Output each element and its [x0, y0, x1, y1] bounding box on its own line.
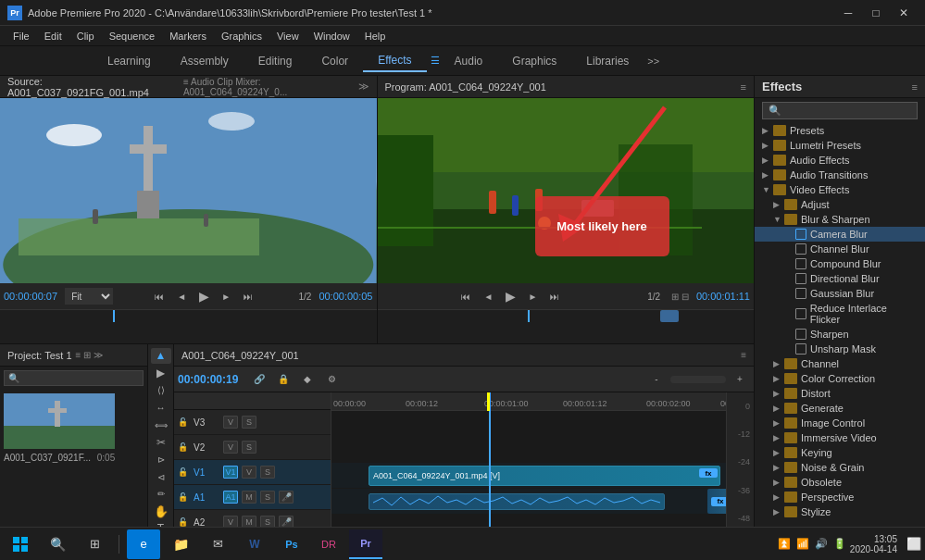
- program-fwd-frame[interactable]: ►: [523, 288, 542, 305]
- tree-item-color-correction[interactable]: ▶ Color Correction: [755, 371, 925, 386]
- track-s-a1[interactable]: S: [260, 491, 275, 504]
- tab-assembly[interactable]: Assembly: [166, 51, 244, 71]
- tree-item-camera-blur[interactable]: ▶ Camera Blur: [755, 227, 925, 242]
- battery-icon[interactable]: 🔋: [833, 538, 846, 550]
- source-step-back[interactable]: ⏮: [150, 288, 169, 305]
- tree-item-noise-grain[interactable]: ▶ Noise & Grain: [755, 460, 925, 475]
- tab-audio[interactable]: Audio: [440, 51, 498, 71]
- tree-item-perspective[interactable]: ▶ Perspective: [755, 490, 925, 504]
- tool-track-select[interactable]: ▶: [151, 366, 171, 381]
- track-lock-a2[interactable]: 🔓: [178, 517, 188, 527]
- effects-panel-menu[interactable]: ≡: [912, 81, 918, 93]
- menu-help[interactable]: Help: [357, 29, 394, 44]
- taskbar-premiere[interactable]: Pr: [349, 529, 382, 559]
- menu-sequence[interactable]: Sequence: [102, 29, 163, 44]
- track-active-v1[interactable]: V1: [223, 466, 238, 479]
- tl-track-v1[interactable]: A001_C064_09224Y_001.mp4 [V] fx: [331, 463, 754, 489]
- taskbar-task-view[interactable]: ⊞: [78, 529, 111, 559]
- tree-item-distort[interactable]: ▶ Distort: [755, 386, 925, 401]
- tree-item-blur-sharpen[interactable]: ▼ Blur & Sharpen: [755, 212, 925, 227]
- volume-icon[interactable]: 🔊: [815, 538, 828, 550]
- taskbar-clock[interactable]: 13:05 2020-04-14: [850, 534, 897, 554]
- track-lock-v1[interactable]: 🔓: [178, 467, 188, 477]
- source-step-fwd[interactable]: ⏭: [239, 288, 257, 305]
- taskbar-davinci[interactable]: DR: [312, 529, 345, 559]
- tool-ripple-edit[interactable]: ⟨⟩: [151, 382, 171, 398]
- tool-slip[interactable]: ⊳: [151, 452, 171, 467]
- taskbar-photoshop[interactable]: Ps: [275, 529, 308, 559]
- menu-graphics[interactable]: Graphics: [214, 29, 269, 44]
- tree-item-adjust[interactable]: ▶ Adjust: [755, 197, 925, 212]
- source-fwd-frame[interactable]: ►: [217, 288, 235, 305]
- track-eye-v2[interactable]: V: [223, 441, 238, 454]
- tl-linked-sel[interactable]: 🔒: [273, 369, 294, 390]
- taskbar-search[interactable]: 🔍: [41, 529, 74, 559]
- tab-learning[interactable]: Learning: [93, 51, 166, 71]
- tree-item-reduce-interlace[interactable]: ▶ Reduce Interlace Flicker: [755, 301, 925, 327]
- show-desktop-button[interactable]: ⬜: [906, 537, 921, 551]
- tree-item-channel-blur[interactable]: ▶ Channel Blur: [755, 242, 925, 256]
- track-lock-v2[interactable]: 🔓: [178, 442, 188, 452]
- tl-zoom-in[interactable]: +: [730, 369, 750, 390]
- track-sync-v1[interactable]: S: [260, 466, 275, 479]
- track-sync-v2[interactable]: S: [242, 441, 256, 454]
- minimize-button[interactable]: ─: [834, 0, 862, 26]
- menu-clip[interactable]: Clip: [69, 29, 102, 44]
- tree-item-keying[interactable]: ▶ Keying: [755, 445, 925, 460]
- track-m-a1[interactable]: M: [242, 491, 256, 504]
- track-active-a1[interactable]: A1: [223, 491, 238, 504]
- taskbar-edge[interactable]: e: [127, 529, 160, 559]
- track-lock-v3[interactable]: 🔓: [178, 417, 188, 427]
- taskbar-mail[interactable]: ✉: [201, 529, 234, 559]
- tree-item-image-control[interactable]: ▶ Image Control: [755, 416, 925, 430]
- tree-item-generate[interactable]: ▶ Generate: [755, 401, 925, 416]
- tl-track-v3[interactable]: [331, 411, 754, 437]
- tree-item-channel[interactable]: ▶ Channel: [755, 356, 925, 371]
- source-panel-menu-icon[interactable]: ≫: [358, 81, 369, 93]
- tl-settings[interactable]: ⚙: [321, 369, 342, 390]
- tl-clip-a1[interactable]: [369, 493, 665, 510]
- tabs-more-button[interactable]: >>: [647, 56, 659, 67]
- tab-effects[interactable]: Effects: [363, 50, 426, 72]
- tool-hand[interactable]: ✋: [151, 504, 171, 519]
- tree-item-directional-blur[interactable]: ▶ Directional Blur: [755, 271, 925, 286]
- taskbar-start[interactable]: [4, 529, 37, 559]
- tool-razor[interactable]: ✂: [151, 434, 171, 450]
- tree-item-stylize[interactable]: ▶ Stylize: [755, 504, 925, 519]
- tool-select[interactable]: ▲: [151, 348, 171, 364]
- tab-editing[interactable]: Editing: [244, 51, 307, 71]
- menu-view[interactable]: View: [269, 29, 306, 44]
- tl-track-a1[interactable]: fx: [331, 489, 754, 515]
- tool-rate-stretch[interactable]: ⟺: [151, 417, 171, 433]
- tree-item-compound-blur[interactable]: ▶ Compound Blur: [755, 256, 925, 271]
- menu-window[interactable]: Window: [306, 29, 357, 44]
- source-back-frame[interactable]: ◄: [172, 288, 191, 305]
- close-button[interactable]: ✕: [890, 0, 918, 26]
- program-play[interactable]: ▶: [501, 288, 519, 305]
- menu-edit[interactable]: Edit: [37, 29, 69, 44]
- program-step-back[interactable]: ⏮: [456, 288, 475, 305]
- source-zoom-select[interactable]: Fit 25% 50% 100%: [65, 288, 113, 305]
- tree-item-unsharp-mask[interactable]: ▶ Unsharp Mask: [755, 342, 925, 356]
- tree-item-obsolete[interactable]: ▶ Obsolete: [755, 475, 925, 490]
- source-play[interactable]: ▶: [194, 288, 213, 305]
- tree-item-audio-transitions[interactable]: ▶ Audio Transitions: [755, 168, 925, 182]
- tab-color[interactable]: Color: [306, 51, 363, 71]
- track-eye-v1[interactable]: V: [242, 466, 256, 479]
- project-search-input[interactable]: [4, 370, 144, 386]
- tree-item-presets[interactable]: ▶ Presets: [755, 123, 925, 138]
- tl-clip-v1[interactable]: A001_C064_09224Y_001.mp4 [V] fx: [369, 466, 720, 486]
- tl-add-marker[interactable]: ◆: [297, 369, 318, 390]
- tree-item-video-effects[interactable]: ▼ Video Effects: [755, 182, 925, 197]
- tab-libraries[interactable]: Libraries: [571, 51, 644, 71]
- source-scrubbar[interactable]: [0, 309, 377, 322]
- tl-snap[interactable]: 🔗: [249, 369, 269, 390]
- tree-item-immersive-video[interactable]: ▶ Immersive Video: [755, 430, 925, 445]
- tl-zoom-out[interactable]: -: [646, 369, 667, 390]
- tree-item-gaussian-blur[interactable]: ▶ Gaussian Blur: [755, 286, 925, 301]
- maximize-button[interactable]: □: [862, 0, 890, 26]
- taskbar-word[interactable]: W: [238, 529, 271, 559]
- track-lock-a1[interactable]: 🔓: [178, 492, 188, 502]
- tool-rolling-edit[interactable]: ↔: [151, 400, 171, 416]
- tree-item-audio-effects[interactable]: ▶ Audio Effects: [755, 153, 925, 168]
